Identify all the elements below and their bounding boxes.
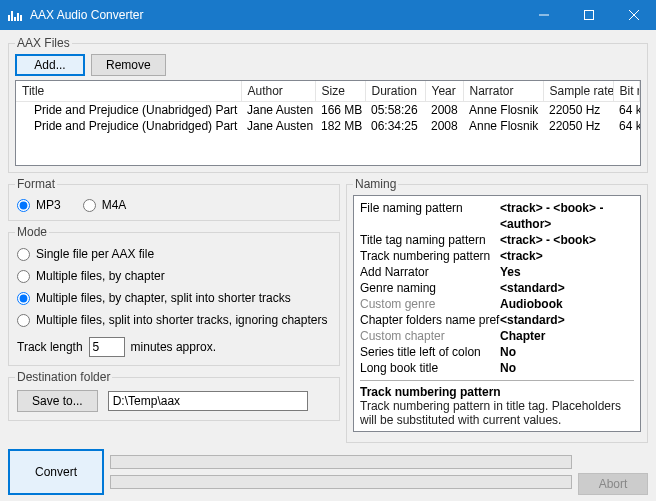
files-table[interactable]: Title Author Size Duration Year Narrator…: [15, 80, 641, 166]
minimize-button[interactable]: [521, 0, 566, 30]
app-icon: [8, 9, 24, 21]
mode-chapter-split-radio[interactable]: Multiple files, by chapter, split into s…: [17, 291, 331, 305]
naming-group: Naming File naming pattern<track> - <boo…: [346, 177, 648, 443]
mode-single-radio[interactable]: Single file per AAX file: [17, 247, 331, 261]
aax-files-group: AAX Files Add... Remove Title Author Siz…: [8, 36, 648, 173]
naming-help-body: Track numbering pattern in title tag. Pl…: [360, 399, 634, 427]
track-length-suffix: minutes approx.: [131, 340, 216, 354]
remove-button[interactable]: Remove: [91, 54, 166, 76]
aax-files-legend: AAX Files: [15, 36, 72, 50]
close-button[interactable]: [611, 0, 656, 30]
mode-split-radio[interactable]: Multiple files, split into shorter track…: [17, 313, 331, 327]
naming-help-title: Track numbering pattern: [360, 385, 634, 399]
table-row[interactable]: Pride and Prejudice (Unabridged) Part 1 …: [16, 102, 640, 119]
destination-group: Destination folder Save to... D:\Temp\aa…: [8, 370, 340, 421]
abort-button: Abort: [578, 473, 648, 495]
title-bar: AAX Audio Converter: [0, 0, 656, 30]
table-row[interactable]: Pride and Prejudice (Unabridged) Part 2 …: [16, 118, 640, 134]
add-button[interactable]: Add...: [15, 54, 85, 76]
track-length-label: Track length: [17, 340, 83, 354]
mode-chapter-radio[interactable]: Multiple files, by chapter: [17, 269, 331, 283]
col-narrator[interactable]: Narrator: [463, 81, 543, 102]
mode-group: Mode Single file per AAX file Multiple f…: [8, 225, 340, 366]
progress-bar-overall: [110, 455, 572, 469]
progress-bar-current: [110, 475, 572, 489]
format-group: Format MP3 M4A: [8, 177, 340, 221]
col-author[interactable]: Author: [241, 81, 315, 102]
convert-button[interactable]: Convert: [8, 449, 104, 495]
naming-property-grid[interactable]: File naming pattern<track> - <book> - <a…: [353, 195, 641, 432]
naming-legend: Naming: [353, 177, 398, 191]
format-mp3-radio[interactable]: MP3: [17, 198, 61, 212]
col-size[interactable]: Size: [315, 81, 365, 102]
format-legend: Format: [15, 177, 57, 191]
col-title[interactable]: Title: [16, 81, 241, 102]
maximize-button[interactable]: [566, 0, 611, 30]
destination-legend: Destination folder: [15, 370, 112, 384]
col-bitrate[interactable]: Bit rate: [613, 81, 640, 102]
format-m4a-radio[interactable]: M4A: [83, 198, 127, 212]
destination-path-input[interactable]: D:\Temp\aax: [108, 391, 308, 411]
col-duration[interactable]: Duration: [365, 81, 425, 102]
svg-rect-1: [584, 11, 593, 20]
window-title: AAX Audio Converter: [30, 8, 521, 22]
track-length-input[interactable]: [89, 337, 125, 357]
col-year[interactable]: Year: [425, 81, 463, 102]
mode-legend: Mode: [15, 225, 49, 239]
col-samplerate[interactable]: Sample rate: [543, 81, 613, 102]
save-to-button[interactable]: Save to...: [17, 390, 98, 412]
